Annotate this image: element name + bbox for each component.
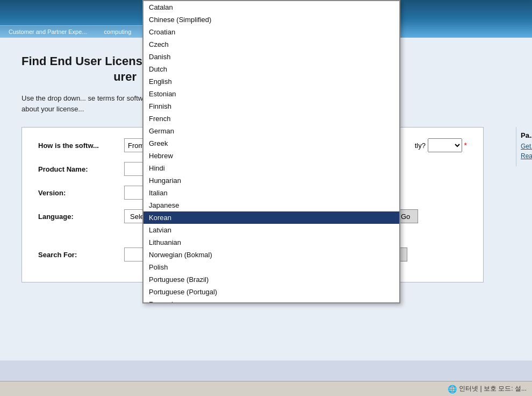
dropdown-item[interactable]: Czech — [143, 38, 399, 51]
dropdown-item[interactable]: Greek — [143, 137, 399, 150]
dropdown-item[interactable]: Estonian — [143, 88, 399, 100]
dropdown-item[interactable]: Danish — [143, 51, 399, 63]
dropdown-item[interactable]: Croatian — [143, 26, 399, 38]
tab-customer[interactable]: Customer and Partner Expe... — [0, 25, 96, 38]
dropdown-item[interactable]: Finnish — [143, 100, 399, 112]
dropdown-item[interactable]: Polish — [143, 261, 399, 273]
dropdown-item[interactable]: English — [143, 75, 399, 88]
tab-computing[interactable]: computing — [96, 25, 140, 38]
dropdown-item[interactable]: Hebrew — [143, 150, 399, 162]
status-text: 인터넷 | 보호 모드: 설... — [459, 384, 527, 393]
dropdown-item[interactable]: Italian — [143, 187, 399, 199]
language-label: Language: — [38, 213, 124, 221]
dropdown-item[interactable]: Dutch — [143, 63, 399, 75]
product-label: Product Name: — [38, 165, 124, 173]
dropdown-item[interactable]: Catalan — [143, 1, 399, 13]
title-suffix2: urer — [113, 70, 136, 83]
dropdown-item[interactable]: Japanese — [143, 199, 399, 211]
dropdown-item[interactable]: Norwegian (Bokmal) — [143, 249, 399, 261]
purchase-type-select[interactable] — [428, 138, 462, 152]
dropdown-item[interactable]: Latvian — [143, 224, 399, 236]
sidebar-link-2[interactable]: Rea... — [521, 152, 532, 160]
dropdown-item[interactable]: German — [143, 125, 399, 137]
sidebar-link-1[interactable]: Get... — [521, 143, 532, 150]
dropdown-item[interactable]: Lithuanian — [143, 236, 399, 249]
dropdown-item[interactable]: Portuguese (Portugal) — [143, 286, 399, 298]
dropdown-prompt-text: tly? — [415, 142, 426, 150]
how-label: How is the softw... — [38, 142, 124, 150]
dropdown-item[interactable]: French — [143, 112, 399, 125]
required-marker: * — [464, 141, 467, 150]
language-dropdown[interactable]: CatalanChinese (Simplified)CroatianCzech… — [142, 0, 400, 303]
dropdown-item[interactable]: Romanian — [143, 298, 399, 302]
status-area: 🌐 인터넷 | 보호 모드: 설... — [448, 384, 527, 393]
search-label: Search For: — [38, 251, 124, 259]
globe-icon: 🌐 — [448, 385, 457, 393]
right-sidebar: Pa... Get... Rea... — [516, 127, 532, 166]
dropdown-item[interactable]: Hungarian — [143, 174, 399, 187]
status-bar: 🌐 인터넷 | 보호 모드: 설... — [0, 381, 532, 396]
title-line1: Find End User — [21, 54, 102, 68]
dropdown-item[interactable]: Chinese (Simplified) — [143, 13, 399, 26]
dropdown-list: CatalanChinese (Simplified)CroatianCzech… — [143, 1, 399, 302]
dropdown-item[interactable]: Korean — [143, 211, 399, 224]
dropdown-item[interactable]: Portuguese (Brazil) — [143, 273, 399, 286]
sidebar-title: Pa... — [521, 131, 532, 139]
dropdown-item[interactable]: Hindi — [143, 162, 399, 174]
version-label: Version: — [38, 189, 124, 197]
